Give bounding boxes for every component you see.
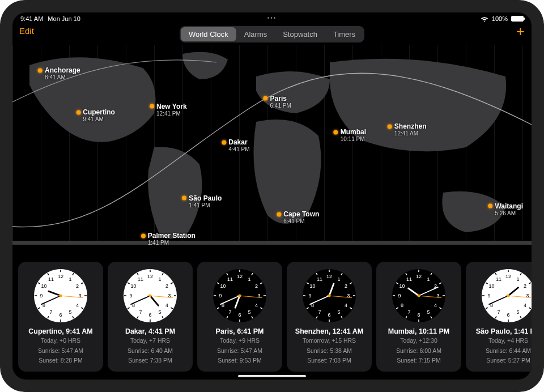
svg-text:7: 7 <box>497 310 500 316</box>
clock-card-dakar[interactable]: 121234567891011 Dakar, 4:41 PMToday, +7 … <box>108 262 193 372</box>
svg-text:4: 4 <box>76 302 79 308</box>
city-pin-waitangi[interactable]: Waitangi5:26 AM <box>488 202 523 216</box>
svg-text:11: 11 <box>496 276 502 282</box>
clock-sunset: Sunset: 7:08 PM <box>291 356 367 365</box>
status-date: Mon Jun 10 <box>48 15 80 22</box>
home-indicator[interactable] <box>238 375 306 377</box>
city-pin-cape-town[interactable]: Cape Town6:41 PM <box>277 210 319 224</box>
svg-text:7: 7 <box>228 310 231 316</box>
svg-text:1: 1 <box>427 276 430 282</box>
svg-text:10: 10 <box>400 283 405 289</box>
city-pin-mumbai[interactable]: Mumbai10:11 PM <box>334 128 366 142</box>
clock-card-shenzhen[interactable]: 121234567891011 Shenzhen, 12:41 AMTomorr… <box>287 262 372 372</box>
svg-text:6: 6 <box>417 312 420 318</box>
svg-point-61 <box>149 295 152 297</box>
svg-text:6: 6 <box>507 312 509 318</box>
analog-clock-face: 121234567891011 <box>302 269 356 323</box>
pin-dot-icon <box>264 96 268 101</box>
clock-sunset: Sunset: 9:53 PM <box>202 356 278 365</box>
svg-text:6: 6 <box>59 312 62 318</box>
pin-dot-icon <box>488 204 492 208</box>
clock-card-cupertino[interactable]: 121234567891011 Cupertino, 9:41 AMToday,… <box>18 262 103 372</box>
status-time: 9:41 AM <box>20 15 43 22</box>
clock-offset: Today, +7 HRS <box>112 336 188 345</box>
svg-text:11: 11 <box>138 276 143 282</box>
svg-text:10: 10 <box>41 283 47 289</box>
tab-timers[interactable]: Timers <box>325 27 363 41</box>
city-pin-new-york[interactable]: New York12:41 PM <box>150 102 187 116</box>
svg-text:8: 8 <box>401 302 403 308</box>
svg-text:9: 9 <box>308 293 311 299</box>
status-bar: 9:41 AM Mon Jun 10 100% <box>12 12 532 24</box>
svg-text:2: 2 <box>524 283 526 289</box>
svg-text:11: 11 <box>317 276 322 282</box>
edit-button[interactable]: Edit <box>19 26 34 36</box>
clock-title: Cupertino, 9:41 AM <box>23 327 99 335</box>
city-pin-paris[interactable]: Paris6:41 PM <box>264 94 291 108</box>
svg-text:4: 4 <box>165 302 168 308</box>
city-pin-cupertino[interactable]: Cupertino9:41 AM <box>76 108 115 122</box>
clock-card-s-o-paulo[interactable]: 121234567891011 São Paulo, 1:41 PMToday,… <box>466 262 532 372</box>
svg-text:10: 10 <box>220 283 226 289</box>
pin-city-name: Shenzhen <box>394 122 427 130</box>
screen: ••• 9:41 AM Mon Jun 10 100% Edit World C… <box>12 12 532 380</box>
clock-sunrise: Sunrise: 6:40 AM <box>112 347 188 355</box>
svg-text:4: 4 <box>255 302 258 308</box>
clock-sunrise: Sunrise: 6:00 AM <box>381 347 457 355</box>
clock-sunrise: Sunrise: 5:38 AM <box>291 347 367 355</box>
clock-sunset: Sunset: 8:28 PM <box>23 356 99 365</box>
clock-title: São Paulo, 1:41 PM <box>470 327 532 335</box>
city-pin-s-o-paulo[interactable]: São Paulo1:41 PM <box>182 194 222 208</box>
pin-city-name: Mumbai <box>341 128 366 136</box>
svg-text:1: 1 <box>69 276 71 282</box>
tab-alarms[interactable]: Alarms <box>236 27 275 41</box>
pin-dot-icon <box>76 110 80 115</box>
battery-icon <box>511 16 524 22</box>
svg-text:2: 2 <box>165 283 168 289</box>
pin-city-time: 4:41 PM <box>228 146 249 152</box>
clock-offset: Today, +12:30 <box>381 336 457 345</box>
svg-text:1: 1 <box>158 276 161 282</box>
svg-point-32 <box>60 295 62 297</box>
pin-dot-icon <box>388 124 392 129</box>
pin-dot-icon <box>182 196 186 201</box>
clock-card-mumbai[interactable]: 121234567891011 Mumbai, 10:11 PMToday, +… <box>376 262 461 372</box>
tab-stopwatch[interactable]: Stopwatch <box>275 27 325 41</box>
city-pin-anchorage[interactable]: Anchorage8:41 AM <box>38 66 80 80</box>
clock-cards-scroller[interactable]: 121234567891011 Cupertino, 9:41 AMToday,… <box>16 262 532 372</box>
svg-point-119 <box>328 295 331 297</box>
pin-city-time: 5:26 AM <box>495 210 523 216</box>
clock-card-paris[interactable]: 121234567891011 Paris, 6:41 PMToday, +9 … <box>197 262 282 372</box>
pin-city-name: Paris <box>270 94 287 102</box>
device-frame: ••• 9:41 AM Mon Jun 10 100% Edit World C… <box>0 0 544 392</box>
city-pin-dakar[interactable]: Dakar4:41 PM <box>222 138 249 152</box>
pin-city-name: Cape Town <box>283 210 319 218</box>
svg-text:7: 7 <box>139 310 142 316</box>
world-map[interactable]: Anchorage8:41 AMCupertino9:41 AMNew York… <box>12 45 532 245</box>
svg-text:12: 12 <box>58 274 63 279</box>
svg-text:5: 5 <box>516 310 519 316</box>
pin-city-time: 12:41 PM <box>156 110 187 116</box>
svg-point-148 <box>418 295 420 297</box>
clock-sunset: Sunset: 7:15 PM <box>381 356 457 365</box>
clock-sunset: Sunset: 5:27 PM <box>470 356 532 365</box>
svg-text:2: 2 <box>76 283 79 289</box>
svg-point-90 <box>239 295 241 297</box>
svg-text:4: 4 <box>345 302 347 308</box>
segmented-tabs: World ClockAlarmsStopwatchTimers <box>180 26 364 42</box>
tab-world-clock[interactable]: World Clock <box>181 27 236 41</box>
add-clock-button[interactable]: + <box>516 24 525 39</box>
wifi-icon <box>481 16 488 22</box>
clock-sunrise: Sunrise: 5:47 AM <box>202 347 278 355</box>
pin-city-name: Cupertino <box>83 108 115 116</box>
svg-text:12: 12 <box>416 274 422 279</box>
svg-text:4: 4 <box>434 302 437 308</box>
svg-text:11: 11 <box>227 276 233 282</box>
clock-offset: Tomorrow, +15 HRS <box>291 336 367 345</box>
clock-title: Dakar, 4:41 PM <box>112 327 188 335</box>
svg-text:4: 4 <box>524 302 526 308</box>
city-pin-shenzhen[interactable]: Shenzhen12:41 AM <box>388 122 427 136</box>
city-pin-palmer-station[interactable]: Palmer Station1:41 PM <box>141 232 196 245</box>
pin-city-name: Palmer Station <box>148 232 196 240</box>
svg-text:11: 11 <box>48 276 54 282</box>
